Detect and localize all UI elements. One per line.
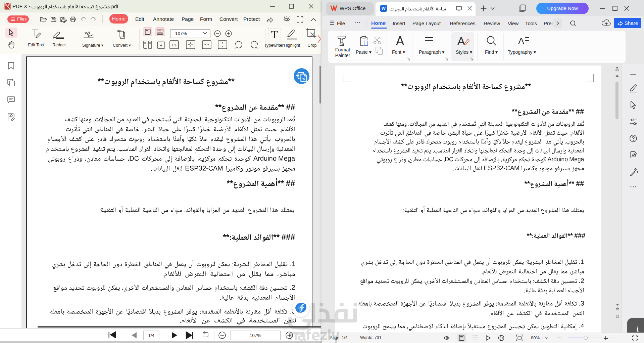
svg-text:1/4: 1/4 [148,333,155,338]
svg-text:A: A [396,35,404,46]
svg-text:1:1: 1:1 [171,43,177,47]
svg-text:A: A [518,36,525,46]
svg-text:w: w [302,77,305,81]
svg-text:107%: 107% [250,333,261,338]
svg-text:T: T [271,28,278,41]
svg-text:A: A [457,35,465,47]
